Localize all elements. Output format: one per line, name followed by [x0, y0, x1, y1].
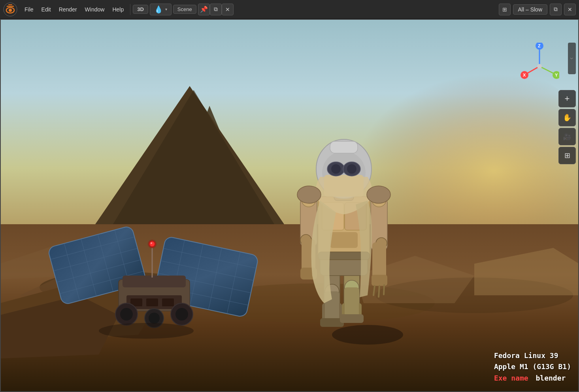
workspace-close-button[interactable]: ✕: [564, 4, 576, 15]
droplet-icon: 💧: [154, 5, 163, 14]
info-exe-label: Exe name: [494, 374, 528, 382]
scene-badge[interactable]: Scene: [173, 5, 196, 14]
pin-icon: 📌: [200, 6, 208, 13]
zoom-plus-button[interactable]: +: [558, 90, 576, 107]
workspace-copy-button[interactable]: ⧉: [550, 4, 562, 15]
menu-file[interactable]: File: [21, 5, 38, 14]
pan-icon: ✋: [563, 113, 571, 122]
topbar-right: ⊞ All – Slow ⧉ ✕: [499, 4, 576, 15]
workspace-label: All – Slow: [518, 6, 542, 13]
menu-edit[interactable]: Edit: [38, 5, 55, 14]
menu-help[interactable]: Help: [108, 5, 128, 14]
info-line-1: Fedora Linux 39: [494, 350, 571, 362]
copy-icon: ⧉: [214, 6, 218, 13]
layout-icon-btn[interactable]: ⊞: [499, 4, 511, 15]
close-button[interactable]: ✕: [222, 4, 234, 15]
copy2-icon: ⧉: [554, 6, 558, 13]
svg-point-2: [9, 9, 12, 12]
camera-button[interactable]: 🎥: [558, 128, 576, 145]
viewport-shading-badge[interactable]: 💧 ▾: [150, 4, 172, 15]
separator-1: [130, 4, 130, 15]
shading-chevron: ▾: [165, 7, 167, 11]
viewport-background: [0, 19, 579, 392]
viewport-wrapper: Fedora Linux 39 Apple M1 (G13G B1) Exe n…: [0, 19, 579, 392]
grid-button[interactable]: ⊞: [558, 147, 576, 164]
copy-button[interactable]: ⧉: [210, 4, 222, 15]
zoom-plus-icon: +: [565, 94, 570, 103]
menu-render[interactable]: Render: [55, 5, 81, 14]
axis-gizmo[interactable]: Z Y X: [520, 43, 559, 90]
editor-type-badge[interactable]: 3D: [133, 5, 148, 14]
scroll-arrow[interactable]: ›: [568, 43, 576, 74]
info-line-2: Apple M1 (G13G B1): [494, 361, 571, 373]
scroll-arrow-icon: ›: [568, 57, 575, 59]
right-toolbar: + ✋ 🎥 ⊞: [558, 90, 576, 164]
camera-icon: 🎥: [563, 133, 571, 141]
scene-label: Scene: [177, 6, 192, 12]
menu-window[interactable]: Window: [81, 5, 109, 14]
info-exe-value: blender: [536, 374, 566, 382]
svg-text:Z: Z: [538, 43, 541, 48]
pan-button[interactable]: ✋: [558, 109, 576, 126]
svg-text:Y: Y: [555, 73, 558, 77]
info-overlay: Fedora Linux 39 Apple M1 (G13G B1) Exe n…: [494, 350, 571, 384]
svg-line-102: [539, 66, 555, 74]
close2-icon: ✕: [568, 6, 572, 13]
close-icon: ✕: [225, 6, 230, 13]
blender-logo[interactable]: [3, 2, 17, 17]
topbar: File Edit Render Window Help 3D 💧 ▾ Scen…: [0, 0, 579, 19]
svg-point-108: [537, 64, 542, 69]
pin-button[interactable]: 📌: [198, 4, 210, 15]
info-line-3: Exe name blender: [494, 373, 571, 384]
workspace-badge[interactable]: All – Slow: [513, 4, 547, 15]
editor-type-label: 3D: [137, 6, 144, 12]
grid-icon: ⊞: [564, 151, 570, 160]
svg-text:X: X: [523, 73, 526, 77]
layout-icon: ⊞: [502, 6, 507, 13]
